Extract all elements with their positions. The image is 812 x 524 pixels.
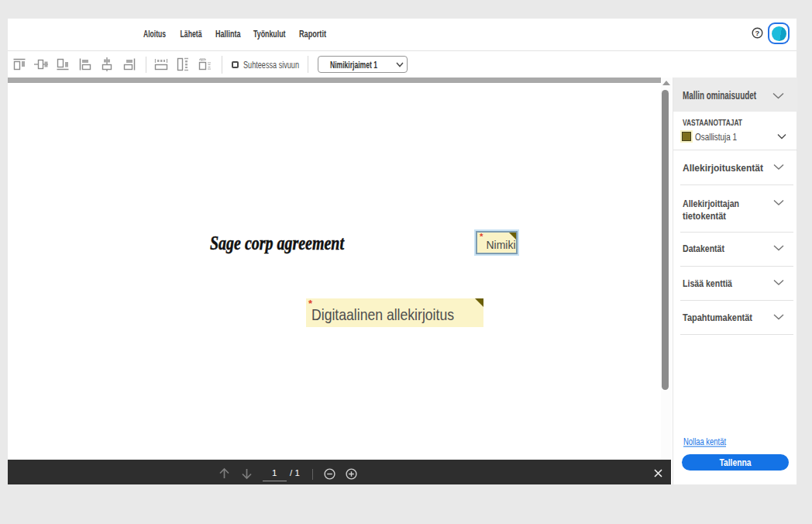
svg-text:Datakentät: Datakentät [683, 243, 724, 254]
svg-text:Suhteessa sivuun: Suhteessa sivuun [243, 60, 299, 71]
svg-text:Nimikirjaimet 1: Nimikirjaimet 1 [330, 60, 377, 71]
svg-text:Raportit: Raportit [299, 28, 326, 40]
svg-text:tietokentät: tietokentät [683, 210, 726, 222]
svg-text:Mallin ominaisuudet: Mallin ominaisuudet [683, 89, 756, 102]
svg-text:Tapahtumakentät: Tapahtumakentät [683, 312, 752, 323]
svg-text:Lisää kenttiä: Lisää kenttiä [683, 278, 732, 289]
svg-text:Lähetä: Lähetä [181, 28, 203, 40]
svg-text:Nollaa kentät: Nollaa kentät [683, 436, 727, 447]
svg-text:Työnkulut: Työnkulut [253, 28, 286, 40]
svg-text:Allekirjoittajan: Allekirjoittajan [683, 198, 739, 209]
svg-text:?: ? [755, 29, 760, 37]
svg-text:VASTAANOTTAJAT: VASTAANOTTAJAT [683, 118, 742, 127]
svg-text:Digitaalinen allekirjoitus: Digitaalinen allekirjoitus [311, 305, 454, 323]
svg-text:Sage corp agreement: Sage corp agreement [210, 233, 345, 253]
svg-text:Aloitus: Aloitus [143, 28, 166, 40]
svg-text:Tallenna: Tallenna [720, 457, 752, 468]
svg-text:Allekirjoituskentät: Allekirjoituskentät [683, 162, 763, 174]
svg-text:Nimikirjaimet: Nimikirjaimet [487, 238, 518, 251]
svg-text:Hallinta: Hallinta [215, 28, 241, 40]
svg-text:Osallistuja 1: Osallistuja 1 [695, 132, 737, 143]
